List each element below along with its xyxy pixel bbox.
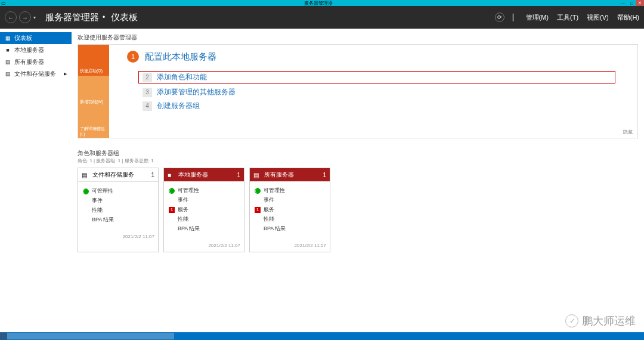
status-badge (83, 198, 89, 204)
step-number-2: 2 (143, 73, 152, 82)
tile-row[interactable]: ⬤可管理性 (169, 187, 239, 194)
menu-help[interactable]: 帮助(H) (617, 13, 639, 22)
status-badge: 1 (255, 207, 261, 213)
roles-section-subtitle: 角色: 1 | 服务器组: 1 | 服务器总数: 1 (78, 157, 638, 164)
tile-title: 本地服务器 (178, 171, 237, 179)
tile-row[interactable]: ⬤可管理性 (255, 187, 325, 194)
status-badge (83, 208, 89, 214)
sidebar-item-all-servers[interactable]: ▤ 所有服务器 (0, 56, 72, 68)
step-link: 添加角色和功能 (157, 72, 207, 82)
watermark-text: 鹏大师运维 (582, 314, 636, 328)
tile[interactable]: ▤文件和存储服务1⬤可管理性事件性能BPA 结果2021/2/2 11:07 (78, 168, 159, 252)
flag-icon[interactable]: ▏ (513, 14, 518, 21)
tile-header[interactable]: ■本地服务器1 (164, 168, 244, 181)
tile-row-label: 性能 (92, 206, 103, 214)
sidebar-item-local-server[interactable]: ■ 本地服务器 (0, 44, 72, 56)
tile-header[interactable]: ▤文件和存储服务1 (78, 168, 158, 182)
step-create-group[interactable]: 4 创建服务器组 (143, 101, 620, 111)
hide-link[interactable]: 隐藏 (623, 129, 633, 135)
tile-row-label: 事件 (264, 196, 274, 204)
sidebar-item-dashboard[interactable]: ▦ 仪表板 (0, 32, 72, 44)
tile[interactable]: ▤所有服务器1⬤可管理性事件1服务性能BPA 结果2021/2/2 11:07 (249, 168, 330, 252)
nav-forward-button[interactable]: → (19, 11, 31, 23)
tile-row-label: BPA 结果 (178, 225, 200, 233)
tile-row[interactable]: BPA 结果 (169, 225, 239, 233)
tile-count: 1 (151, 172, 154, 178)
tile-row[interactable]: 事件 (83, 197, 153, 205)
close-button[interactable]: ✕ (636, 0, 644, 6)
menu-manage[interactable]: 管理(M) (526, 13, 549, 22)
tile-row[interactable]: 1服务 (169, 206, 239, 214)
step-link: 配置此本地服务器 (145, 51, 216, 63)
menu-tools[interactable]: 工具(T) (557, 13, 578, 22)
window-title: 服务器管理器 (18, 0, 619, 7)
menu-view[interactable]: 视图(V) (587, 13, 609, 22)
tile-icon: ▤ (253, 172, 262, 178)
tile-row[interactable]: 事件 (169, 196, 239, 204)
tiles-row: ▤文件和存储服务1⬤可管理性事件性能BPA 结果2021/2/2 11:07■本… (78, 168, 638, 252)
tile-row[interactable]: ⬤可管理性 (83, 187, 153, 195)
minimize-button[interactable]: — (619, 0, 627, 6)
tile-row[interactable]: BPA 结果 (83, 216, 153, 224)
tile-count: 1 (237, 172, 240, 178)
tile-row[interactable]: 事件 (255, 196, 325, 204)
tile-row-label: 可管理性 (92, 187, 113, 195)
maximize-button[interactable]: □ (627, 0, 636, 6)
status-badge: ⬤ (255, 188, 261, 194)
tile-row-label: 服务 (264, 206, 274, 214)
status-badge: ⬤ (83, 188, 89, 194)
tile-row-label: 事件 (178, 196, 188, 204)
tile-header[interactable]: ▤所有服务器1 (250, 168, 330, 181)
step-link: 添加要管理的其他服务器 (157, 87, 236, 97)
step-add-servers[interactable]: 3 添加要管理的其他服务器 (143, 87, 620, 97)
tab-learn-more[interactable]: 了解详细信息(L) (78, 107, 109, 138)
tile-row[interactable]: 1服务 (255, 206, 325, 214)
app-icon: ▭ (1, 1, 6, 6)
taskbar[interactable] (0, 332, 644, 340)
tile-row-label: BPA 结果 (92, 216, 114, 224)
tile-icon: ■ (168, 172, 176, 178)
nav-dropdown-icon[interactable]: ▾ (33, 15, 39, 20)
step-number-1: 1 (127, 51, 139, 63)
tile-icon: ▤ (82, 172, 90, 178)
status-badge (255, 226, 261, 232)
breadcrumb-sep: • (103, 13, 105, 21)
step-number-4: 4 (143, 101, 152, 111)
tile-count: 1 (323, 172, 326, 178)
header-app-name: 服务器管理器 (45, 12, 99, 23)
header-page-name: 仪表板 (111, 12, 138, 23)
tile-row[interactable]: 性能 (83, 206, 153, 214)
sidebar: ▦ 仪表板 ■ 本地服务器 ▤ 所有服务器 ▤ 文件和存储服务 ▶ (0, 29, 72, 332)
tab-whats-new[interactable]: 新增功能(W) (78, 76, 109, 107)
main-content: 欢迎使用服务器管理器 快速启动(Q) 新增功能(W) 了解详细信息(L) 1 配… (72, 29, 644, 332)
status-badge: ⬤ (169, 188, 175, 194)
tile-row-label: 事件 (92, 197, 103, 205)
tile-row-label: 可管理性 (178, 187, 199, 194)
server-icon: ■ (5, 47, 11, 53)
tile[interactable]: ■本地服务器1⬤可管理性事件1服务性能BPA 结果2021/2/2 11:07 (163, 168, 244, 252)
dashboard-icon: ▦ (5, 35, 11, 41)
tile-row-label: BPA 结果 (264, 225, 286, 233)
step-configure-server[interactable]: 1 配置此本地服务器 (127, 51, 620, 63)
nav-back-button[interactable]: ← (5, 11, 17, 23)
storage-icon: ▤ (5, 71, 11, 77)
tab-quick-start[interactable]: 快速启动(Q) (78, 45, 109, 76)
window-titlebar: ▭ 服务器管理器 — □ ✕ (0, 0, 644, 6)
step-add-roles[interactable]: 2 添加角色和功能 (138, 71, 615, 84)
tile-body: ⬤可管理性事件性能BPA 结果 (78, 182, 158, 229)
tile-row[interactable]: 性能 (169, 215, 239, 223)
tile-row-label: 服务 (178, 206, 188, 214)
tile-row[interactable]: 性能 (255, 215, 325, 223)
status-badge: 1 (169, 207, 175, 213)
servers-icon: ▤ (5, 59, 11, 65)
sidebar-item-file-storage[interactable]: ▤ 文件和存储服务 ▶ (0, 68, 72, 80)
tile-timestamp: 2021/2/2 11:07 (164, 238, 244, 249)
tile-row-label: 性能 (178, 215, 188, 223)
sidebar-item-label: 本地服务器 (14, 46, 44, 54)
tile-row[interactable]: BPA 结果 (255, 225, 325, 233)
status-badge (169, 226, 175, 232)
chevron-right-icon: ▶ (64, 72, 67, 76)
status-badge (169, 197, 175, 203)
sidebar-item-label: 文件和存储服务 (14, 70, 56, 78)
refresh-icon[interactable]: ⟳ (495, 13, 504, 22)
